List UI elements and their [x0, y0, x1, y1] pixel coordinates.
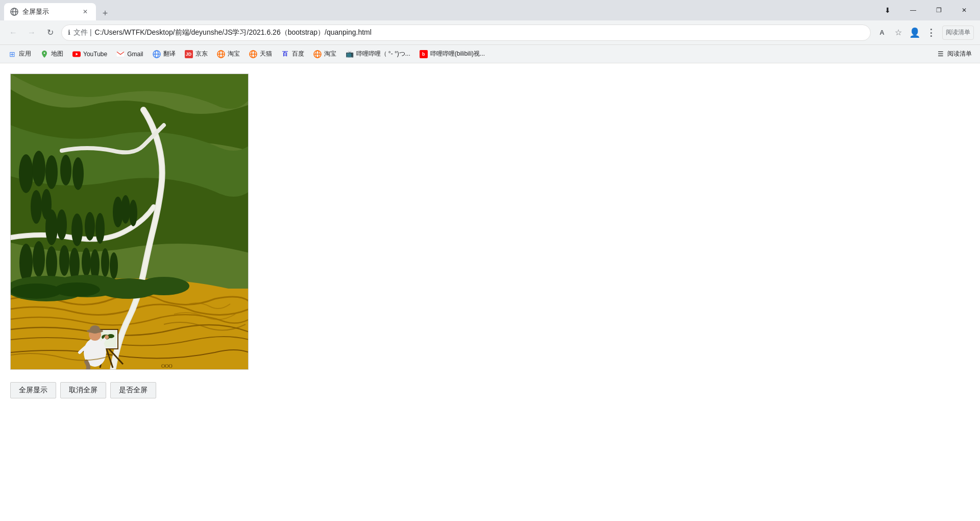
svg-point-44	[72, 157, 84, 190]
new-tab-button[interactable]: +	[98, 6, 112, 20]
painting-image: OOO	[10, 74, 249, 370]
svg-point-49	[11, 283, 62, 299]
svg-point-34	[59, 245, 69, 276]
svg-point-25	[95, 213, 105, 244]
star-button[interactable]: ☆	[891, 26, 905, 40]
bookmark-bilibili2-label: 哔哩哔哩(bilibili)视...	[430, 50, 485, 58]
bookmark-youtube[interactable]: YouTube	[68, 48, 111, 61]
cancel-fullscreen-button[interactable]: 取消全屏	[60, 382, 106, 398]
bookmark-taobao2-label: 淘宝	[324, 50, 336, 58]
bookmark-taobao1-label: 淘宝	[228, 50, 240, 58]
download-indicator[interactable]: ⬇	[876, 2, 899, 18]
browser-window: 全屏显示 ✕ + ⬇ — ❐ ✕ ← → ↻ ℹ 文件 | C:/Users/W…	[0, 0, 980, 521]
svg-point-50	[54, 282, 100, 297]
tab-close-button[interactable]: ✕	[81, 7, 90, 16]
bookmark-bilibili2[interactable]: b 哔哩哔哩(bilibili)视...	[415, 48, 489, 61]
bookmark-bilibili1-label: 哔哩哔哩（ °- °)つ...	[356, 50, 410, 58]
bookmarks-bar: ⊞ 应用 地图 YouTube	[0, 45, 980, 63]
svg-text:OOO: OOO	[161, 363, 173, 369]
bookmark-taobao1[interactable]: 淘宝	[213, 48, 244, 61]
tab-strip: 全屏显示 ✕ +	[4, 0, 874, 20]
svg-point-27	[41, 189, 52, 220]
bookmark-jd-label: 京东	[195, 50, 208, 58]
maximize-button[interactable]: ❐	[927, 2, 950, 18]
tab-title: 全屏显示	[22, 7, 77, 16]
bookmark-maps[interactable]: 地图	[36, 48, 67, 61]
svg-point-26	[31, 190, 42, 224]
bookmark-gmail[interactable]: Gmail	[112, 48, 147, 61]
svg-point-62	[105, 335, 109, 339]
svg-point-61	[90, 325, 100, 334]
tianmao-icon	[249, 50, 257, 58]
maps-icon	[40, 50, 48, 58]
window-controls: ⬇ — ❐ ✕	[876, 2, 976, 18]
svg-point-40	[19, 154, 33, 193]
reader-view-button[interactable]: 阅读清单	[942, 26, 974, 40]
bookmark-reader[interactable]: ☰ 阅读清单	[933, 48, 976, 61]
apps-icon: ⊞	[8, 50, 16, 58]
url-bar[interactable]: ℹ 文件 | C:/Users/WTFK/Desktop/前端/deyunshe…	[61, 25, 871, 41]
bookmark-apps[interactable]: ⊞ 应用	[4, 48, 35, 61]
svg-point-36	[82, 248, 91, 276]
svg-point-22	[57, 209, 67, 240]
bookmark-youtube-label: YouTube	[83, 51, 107, 58]
svg-point-31	[19, 244, 33, 282]
bookmark-tianmao-label: 天猫	[260, 50, 272, 58]
bookmark-tianmao[interactable]: 天猫	[245, 48, 276, 61]
taobao2-icon	[313, 50, 322, 58]
translate-bm-icon	[153, 50, 161, 58]
close-button[interactable]: ✕	[952, 2, 976, 18]
bookmark-baidu-label: 百度	[292, 50, 304, 58]
address-bar: ← → ↻ ℹ 文件 | C:/Users/WTFK/Desktop/前端/de…	[0, 20, 980, 45]
active-tab[interactable]: 全屏显示 ✕	[4, 3, 96, 20]
tab-favicon	[10, 8, 18, 16]
bookmark-translate-label: 翻译	[163, 50, 176, 58]
svg-point-33	[46, 246, 57, 280]
svg-point-32	[33, 241, 45, 277]
bookmark-bilibili1[interactable]: 📺 哔哩哔哩（ °- °)つ...	[341, 48, 414, 61]
bookmark-reader-label: 阅读清单	[947, 50, 972, 58]
svg-point-42	[45, 155, 58, 189]
bookmark-apps-label: 应用	[19, 50, 31, 58]
svg-point-29	[121, 195, 130, 224]
bookmark-gmail-label: Gmail	[127, 51, 143, 58]
url-scheme: 文件 |	[74, 28, 92, 37]
taobao1-icon	[217, 50, 225, 58]
svg-point-39	[110, 252, 118, 279]
bookmark-taobao2[interactable]: 淘宝	[309, 48, 340, 61]
gmail-icon	[116, 50, 125, 58]
url-path: C:/Users/WTFK/Desktop/前端/deyunshe/JS学习/2…	[95, 28, 372, 37]
back-button[interactable]: ←	[6, 26, 20, 40]
page-content: OOO 全屏显示 取消全屏 是否全屏	[0, 63, 980, 409]
title-bar: 全屏显示 ✕ + ⬇ — ❐ ✕	[0, 0, 980, 20]
bookmark-baidu[interactable]: 百 百度	[277, 48, 308, 61]
bookmark-translate[interactable]: 翻译	[149, 48, 180, 61]
translate-button[interactable]: A	[875, 26, 889, 40]
svg-point-48	[138, 277, 189, 295]
svg-point-24	[85, 212, 95, 241]
menu-button[interactable]: ⋮	[924, 26, 938, 40]
bilibili2-icon: b	[420, 50, 428, 58]
bookmark-maps-label: 地图	[51, 50, 63, 58]
youtube-icon	[72, 50, 81, 58]
svg-point-23	[71, 214, 83, 246]
baidu-icon: 百	[281, 50, 289, 58]
svg-point-38	[101, 248, 109, 277]
content-area: OOO 全屏显示 取消全屏 是否全屏	[0, 63, 980, 521]
forward-button[interactable]: →	[24, 26, 39, 40]
check-fullscreen-button[interactable]: 是否全屏	[110, 382, 156, 398]
jd-icon: JD	[185, 50, 193, 58]
buttons-row: 全屏显示 取消全屏 是否全屏	[10, 382, 156, 398]
bilibili1-icon: 📺	[346, 50, 354, 58]
refresh-button[interactable]: ↻	[43, 26, 57, 40]
reader-icon: ☰	[937, 50, 945, 58]
minimize-button[interactable]: —	[901, 2, 925, 18]
bookmark-jd[interactable]: JD 京东	[181, 48, 212, 61]
svg-point-30	[129, 200, 137, 226]
address-actions: A ☆ 👤 ⋮	[875, 26, 938, 40]
fullscreen-button[interactable]: 全屏显示	[10, 382, 56, 398]
svg-point-41	[32, 151, 45, 186]
url-info-icon: ℹ	[68, 29, 70, 36]
svg-point-43	[60, 155, 71, 185]
profile-button[interactable]: 👤	[908, 26, 922, 40]
